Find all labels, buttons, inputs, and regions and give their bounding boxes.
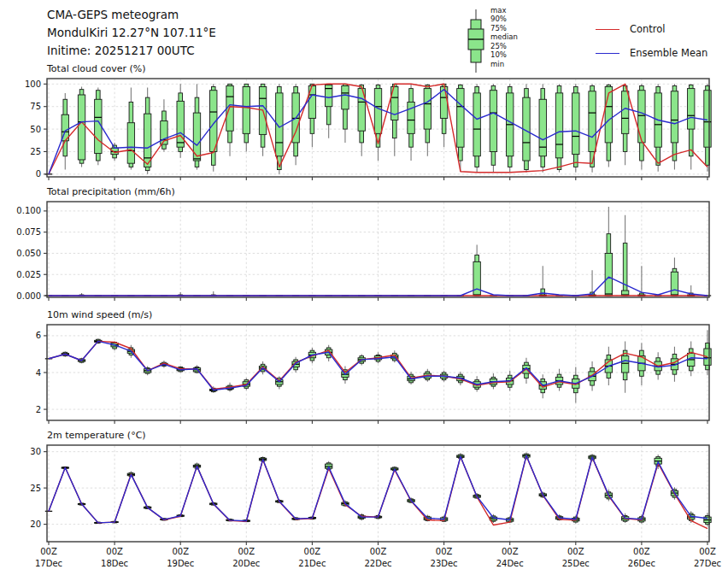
y-tick-label: 100	[25, 79, 41, 89]
box-10-90	[623, 244, 627, 296]
x-tick-time-label: 00Z	[304, 547, 321, 556]
box-25-75	[473, 93, 480, 156]
x-tick-date-label: 17Dec	[35, 559, 62, 568]
y-tick-label: 0.075	[16, 227, 41, 237]
x-tick-date-label: 24Dec	[496, 559, 524, 568]
y-tick-label: 30	[30, 447, 41, 456]
y-tick-label: 6	[36, 331, 41, 340]
y-tick-label: 75	[30, 102, 41, 111]
y-tick-label: 25	[30, 147, 41, 156]
y-tick-label: 0.025	[16, 270, 41, 279]
y-tick-label: 4	[36, 368, 41, 378]
box-25-75	[473, 261, 480, 296]
x-tick-date-label: 26Dec	[628, 559, 655, 568]
box-25-75	[688, 89, 695, 129]
y-tick-label: 20	[30, 519, 41, 529]
box-25-75	[572, 93, 579, 155]
panel-precipitation: 0.0000.0250.0500.0750.100	[16, 202, 711, 301]
y-tick-label: 0.100	[16, 206, 41, 215]
box-25-75	[605, 253, 612, 296]
meteogram-charts: 02550751000.0000.0250.0500.0750.10024620…	[0, 0, 728, 581]
panel-cloud-cover: 0255075100	[25, 79, 711, 180]
box-25-75	[490, 91, 496, 152]
x-tick-time-label: 00Z	[238, 547, 255, 556]
box-25-75	[78, 95, 85, 160]
y-tick-label: 0.050	[16, 249, 41, 258]
x-tick-date-label: 21Dec	[298, 559, 326, 568]
x-tick-time-label: 00Z	[567, 547, 584, 556]
box-25-75	[95, 99, 102, 153]
x-tick-date-label: 27Dec	[694, 559, 721, 568]
box-25-75	[621, 356, 628, 373]
x-tick-date-label: 22Dec	[364, 559, 391, 568]
box-25-75	[457, 89, 464, 148]
box-25-75	[638, 91, 645, 143]
panel-temperature: 202530	[30, 445, 711, 545]
panel-wind-speed: 246	[36, 325, 712, 424]
x-tick-time-label: 00Z	[106, 547, 123, 556]
x-tick-time-label: 00Z	[502, 547, 519, 556]
box-25-75	[704, 91, 711, 147]
x-tick-date-label: 18Dec	[101, 559, 128, 568]
x-tick-time-label: 00Z	[370, 547, 387, 556]
box-25-75	[127, 123, 134, 163]
y-tick-label: 50	[30, 125, 41, 134]
x-tick-time-label: 00Z	[172, 547, 189, 556]
box-25-75	[342, 85, 349, 109]
y-tick-label: 2	[36, 405, 41, 414]
box-25-75	[589, 91, 596, 152]
x-tick-time-label: 00Z	[436, 547, 453, 556]
y-tick-label: 0	[36, 169, 41, 179]
box-25-75	[621, 91, 628, 134]
x-axis-labels: 00Z17Dec00Z18Dec00Z19Dec00Z20Dec00Z21Dec…	[35, 547, 721, 568]
x-tick-time-label: 00Z	[40, 547, 57, 556]
x-tick-time-label: 00Z	[699, 547, 716, 556]
box-25-75	[555, 93, 562, 158]
box-25-75	[424, 89, 431, 129]
box-25-75	[144, 114, 150, 167]
x-tick-date-label: 19Dec	[167, 559, 194, 568]
box-25-75	[243, 86, 250, 133]
y-tick-label: 25	[30, 484, 41, 493]
x-tick-date-label: 23Dec	[431, 559, 458, 568]
x-tick-date-label: 25Dec	[562, 559, 590, 568]
y-tick-label: 0.000	[16, 291, 41, 301]
box-25-75	[177, 101, 184, 147]
box-25-75	[671, 91, 678, 143]
meteogram-figure: CMA-GEPS meteogram MondulKiri 12.27°N 10…	[0, 0, 728, 581]
x-tick-date-label: 20Dec	[232, 559, 260, 568]
x-tick-time-label: 00Z	[633, 547, 650, 556]
box-25-75	[671, 272, 678, 296]
box-25-75	[374, 89, 381, 134]
